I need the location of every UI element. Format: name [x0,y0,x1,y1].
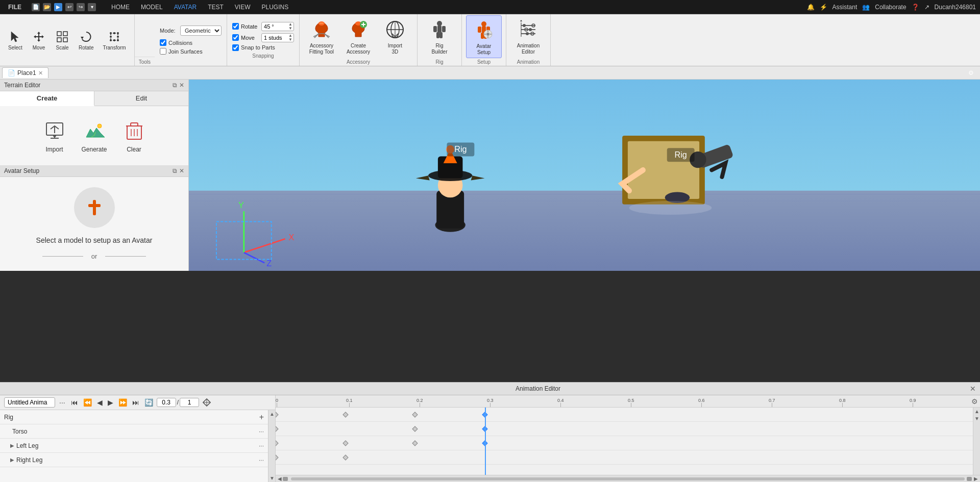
snap-parts-checkbox[interactable] [232,44,239,51]
undo-icon[interactable]: ↩ [65,3,74,11]
terrain-tab-edit[interactable]: Edit [94,91,188,106]
rig-add-keyframe-btn[interactable]: + [259,413,264,422]
keyframe-rig-10[interactable] [342,412,348,417]
left-leg-more-btn[interactable]: ··· [259,442,264,449]
tab-plugins[interactable]: PLUGINS [256,2,293,12]
keyframe-rig-20[interactable] [412,412,418,417]
animation-timeline[interactable]: ⚙ 00.10.20.30.40.50.60.70.80.91 [276,395,980,482]
user-label[interactable]: Ducanh246801 [935,4,976,11]
timeline-row-left-leg[interactable] [276,436,973,450]
scroll-h-thumb[interactable] [291,477,965,480]
transform-tool[interactable]: Transform [99,28,130,53]
anim-to-end-btn[interactable]: ⏭ [131,397,141,408]
left-leg-expand[interactable]: ▶ [10,443,14,448]
open-icon[interactable]: 📂 [43,3,51,11]
track-row-left-leg[interactable]: ▶ Left Leg ··· [0,439,268,453]
current-time-input[interactable] [157,398,176,407]
terrain-import-tool[interactable]: Import [37,114,72,157]
keyframe-torso-20[interactable] [412,426,418,432]
timeline-row-torso[interactable] [276,422,973,436]
animation-editor-close[interactable]: ✕ [970,385,976,393]
terrain-editor-expand[interactable]: ⧉ [173,82,177,89]
avatar-setup-close[interactable]: ✕ [179,167,184,174]
playhead[interactable] [485,408,486,475]
scroll-h-expander2[interactable] [967,477,973,481]
keyframe-rig-0[interactable] [276,412,279,417]
viewport[interactable]: X Y Z [189,80,980,271]
help-icon[interactable]: ❓ [912,4,919,11]
timeline-scroll-down[interactable]: ▼ [973,415,980,422]
new-icon[interactable]: 📄 [32,3,40,11]
scroll-down-arrow[interactable]: ▼ [268,474,275,482]
terrain-editor-close[interactable]: ✕ [179,82,184,89]
avatar-setup-tool[interactable]: AvatarSetup [466,15,502,58]
timeline-row-right-leg[interactable] [276,450,973,465]
anim-back-btn[interactable]: ◀ [95,397,104,408]
anim-loop-btn[interactable]: 🔄 [143,397,155,408]
animation-editor-tool[interactable]: AnimationEditor [510,15,546,58]
rig-builder-tool[interactable]: RigBuilder [422,15,457,58]
join-surfaces-checkbox[interactable] [160,48,166,55]
scroll-h-expander[interactable] [283,477,289,481]
import-3d-tool[interactable]: Import3D [377,15,413,58]
track-list-scroll[interactable]: ▲ ▼ [268,410,275,482]
timeline-scroll-v[interactable]: ▲ ▼ [973,408,980,475]
place-tab-close[interactable]: ✕ [38,70,43,77]
keyframe-left-leg-20[interactable] [412,440,418,446]
terrain-clear-tool[interactable]: Clear [116,114,152,157]
track-row-torso[interactable]: Torso ··· [0,424,268,439]
move-value-input[interactable] [262,34,287,41]
collaborate-label[interactable]: Collaborate [875,4,906,11]
right-leg-more-btn[interactable]: ··· [259,456,264,464]
right-leg-expand[interactable]: ▶ [10,457,14,463]
dropdown-icon[interactable]: ▾ [88,3,96,11]
tab-test[interactable]: TEST [203,2,229,12]
create-accessory-tool[interactable]: CreateAccessory [340,15,376,58]
track-row-rig[interactable]: Rig + [0,410,268,424]
total-time-input[interactable] [180,398,199,407]
accessory-fitting-tool[interactable]: AccessoryFitting Tool [304,15,339,58]
keyframe-left-leg-10[interactable] [342,440,348,446]
redo-icon[interactable]: ↪ [77,3,85,11]
share-icon[interactable]: ↗ [924,4,929,11]
save-icon[interactable]: ▶ [54,3,62,11]
torso-more-btn[interactable]: ··· [259,428,264,435]
keyframe-left-leg-0[interactable] [276,440,279,446]
tab-model[interactable]: MODEL [136,2,168,12]
move-tool[interactable]: Move [28,28,50,53]
bell-icon[interactable]: 🔔 [807,4,815,11]
timeline-row-rig[interactable] [276,408,973,422]
anim-fwd-btn[interactable]: ⏩ [117,397,129,408]
move-checkbox[interactable] [232,34,239,41]
select-tool[interactable]: Select [4,28,27,53]
anim-play-btn[interactable]: ▶ [106,397,115,408]
tab-avatar[interactable]: AVATAR [169,2,202,12]
timeline-tracks[interactable] [276,408,973,475]
mode-select[interactable]: Geometric Surface [180,26,222,36]
terrain-tab-create[interactable]: Create [0,91,94,106]
collisions-checkbox[interactable] [160,39,166,46]
anim-keyframe-btn[interactable] [201,397,212,408]
scroll-h-right[interactable]: ▶ [973,476,979,481]
file-menu[interactable]: FILE [4,3,26,12]
anim-to-start-btn[interactable]: ⏮ [69,397,80,408]
scroll-h-left[interactable]: ◀ [277,476,283,481]
assistant-label[interactable]: Assistant [832,4,857,11]
animation-name-input[interactable] [4,397,55,408]
scale-tool[interactable]: Scale [51,28,74,53]
anim-prev-frame-btn[interactable]: ⏪ [82,397,93,408]
assistant-icon[interactable]: ⚡ [820,4,827,11]
viewport-canvas[interactable]: X Y Z [189,80,980,271]
scroll-up-arrow[interactable]: ▲ [268,410,275,418]
viewport-settings-icon[interactable]: ⚙ [968,69,978,77]
place1-tab[interactable]: 📄 Place1 ✕ [2,67,48,78]
move-down-arrow[interactable]: ▼ [287,38,293,42]
collaborate-icon[interactable]: 👥 [862,4,870,11]
timeline-scroll-up[interactable]: ▲ [973,408,980,415]
keyframe-right-leg-10[interactable] [342,454,348,460]
terrain-generate-tool[interactable]: Generate [77,114,112,157]
rotate-down-arrow[interactable]: ▼ [287,27,293,31]
tab-home[interactable]: HOME [106,2,135,12]
tab-view[interactable]: VIEW [230,2,256,12]
rotate-value-input[interactable] [262,23,287,30]
